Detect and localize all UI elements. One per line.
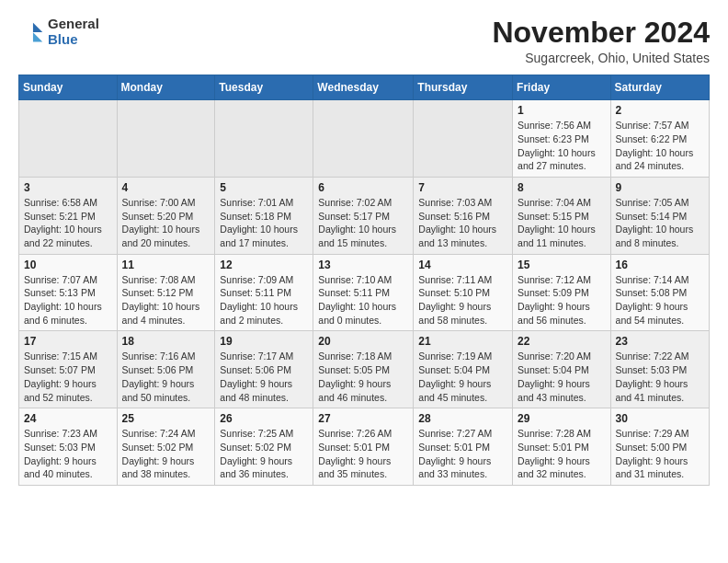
calendar-cell: 4Sunrise: 7:00 AM Sunset: 5:20 PM Daylig… <box>117 177 215 254</box>
page: General Blue November 2024 Sugarcreek, O… <box>0 0 728 502</box>
title-block: November 2024 Sugarcreek, Ohio, United S… <box>492 17 710 65</box>
calendar-body: 1Sunrise: 7:56 AM Sunset: 6:23 PM Daylig… <box>19 100 710 486</box>
weekday-header-friday: Friday <box>513 75 611 100</box>
calendar-cell <box>117 100 215 178</box>
day-detail: Sunrise: 7:00 AM Sunset: 5:20 PM Dayligh… <box>122 196 210 250</box>
day-detail: Sunrise: 7:15 AM Sunset: 5:07 PM Dayligh… <box>24 350 112 404</box>
day-number: 19 <box>220 335 308 348</box>
day-number: 4 <box>122 181 210 194</box>
calendar-cell: 25Sunrise: 7:24 AM Sunset: 5:02 PM Dayli… <box>117 408 215 486</box>
calendar-cell: 15Sunrise: 7:12 AM Sunset: 5:09 PM Dayli… <box>513 254 611 331</box>
day-number: 3 <box>24 181 112 194</box>
day-number: 15 <box>518 259 606 271</box>
day-detail: Sunrise: 7:20 AM Sunset: 5:04 PM Dayligh… <box>518 350 606 404</box>
calendar-cell: 1Sunrise: 7:56 AM Sunset: 6:23 PM Daylig… <box>513 100 611 178</box>
logo: General Blue <box>18 17 99 47</box>
logo-icon <box>18 19 44 45</box>
calendar-week-2: 3Sunrise: 6:58 AM Sunset: 5:21 PM Daylig… <box>19 177 710 254</box>
calendar-cell: 27Sunrise: 7:26 AM Sunset: 5:01 PM Dayli… <box>313 408 414 486</box>
day-number: 16 <box>616 259 704 271</box>
calendar-cell: 22Sunrise: 7:20 AM Sunset: 5:04 PM Dayli… <box>513 331 611 408</box>
day-number: 6 <box>318 181 408 194</box>
weekday-header-tuesday: Tuesday <box>215 75 313 100</box>
calendar-cell: 26Sunrise: 7:25 AM Sunset: 5:02 PM Dayli… <box>215 408 313 486</box>
day-detail: Sunrise: 7:26 AM Sunset: 5:01 PM Dayligh… <box>318 427 408 481</box>
day-detail: Sunrise: 7:25 AM Sunset: 5:02 PM Dayligh… <box>220 427 308 481</box>
day-number: 7 <box>418 181 507 194</box>
day-number: 27 <box>318 412 408 425</box>
day-detail: Sunrise: 7:56 AM Sunset: 6:23 PM Dayligh… <box>518 119 606 173</box>
calendar-cell: 19Sunrise: 7:17 AM Sunset: 5:06 PM Dayli… <box>215 331 313 408</box>
calendar-cell: 2Sunrise: 7:57 AM Sunset: 6:22 PM Daylig… <box>610 100 709 178</box>
day-number: 23 <box>616 335 704 348</box>
calendar-cell: 13Sunrise: 7:10 AM Sunset: 5:11 PM Dayli… <box>313 254 414 331</box>
day-number: 17 <box>24 335 112 348</box>
calendar-week-1: 1Sunrise: 7:56 AM Sunset: 6:23 PM Daylig… <box>19 100 710 178</box>
day-detail: Sunrise: 7:16 AM Sunset: 5:06 PM Dayligh… <box>122 350 210 404</box>
calendar-cell: 3Sunrise: 6:58 AM Sunset: 5:21 PM Daylig… <box>19 177 118 254</box>
day-detail: Sunrise: 7:23 AM Sunset: 5:03 PM Dayligh… <box>24 427 112 481</box>
weekday-header-sunday: Sunday <box>19 75 118 100</box>
day-number: 29 <box>518 412 606 425</box>
day-detail: Sunrise: 7:14 AM Sunset: 5:08 PM Dayligh… <box>616 273 704 327</box>
calendar-cell: 11Sunrise: 7:08 AM Sunset: 5:12 PM Dayli… <box>117 254 215 331</box>
calendar-week-3: 10Sunrise: 7:07 AM Sunset: 5:13 PM Dayli… <box>19 254 710 331</box>
day-detail: Sunrise: 7:12 AM Sunset: 5:09 PM Dayligh… <box>518 273 606 327</box>
day-detail: Sunrise: 7:27 AM Sunset: 5:01 PM Dayligh… <box>418 427 507 481</box>
calendar-cell: 6Sunrise: 7:02 AM Sunset: 5:17 PM Daylig… <box>313 177 414 254</box>
day-number: 18 <box>122 335 210 348</box>
calendar-cell: 5Sunrise: 7:01 AM Sunset: 5:18 PM Daylig… <box>215 177 313 254</box>
calendar-cell: 18Sunrise: 7:16 AM Sunset: 5:06 PM Dayli… <box>117 331 215 408</box>
calendar-cell <box>19 100 118 178</box>
calendar-cell <box>313 100 414 178</box>
calendar-cell: 21Sunrise: 7:19 AM Sunset: 5:04 PM Dayli… <box>414 331 513 408</box>
day-detail: Sunrise: 7:09 AM Sunset: 5:11 PM Dayligh… <box>220 273 308 327</box>
day-detail: Sunrise: 7:04 AM Sunset: 5:15 PM Dayligh… <box>518 196 606 250</box>
logo-general-text: General <box>48 17 99 32</box>
day-detail: Sunrise: 7:57 AM Sunset: 6:22 PM Dayligh… <box>616 119 704 173</box>
weekday-header-row: SundayMondayTuesdayWednesdayThursdayFrid… <box>19 75 710 100</box>
day-detail: Sunrise: 7:08 AM Sunset: 5:12 PM Dayligh… <box>122 273 210 327</box>
calendar-header: SundayMondayTuesdayWednesdayThursdayFrid… <box>19 75 710 100</box>
weekday-header-saturday: Saturday <box>610 75 709 100</box>
day-detail: Sunrise: 7:17 AM Sunset: 5:06 PM Dayligh… <box>220 350 308 404</box>
day-number: 25 <box>122 412 210 425</box>
day-number: 24 <box>24 412 112 425</box>
calendar-cell: 7Sunrise: 7:03 AM Sunset: 5:16 PM Daylig… <box>414 177 513 254</box>
day-number: 28 <box>418 412 507 425</box>
calendar-cell <box>215 100 313 178</box>
calendar-cell: 10Sunrise: 7:07 AM Sunset: 5:13 PM Dayli… <box>19 254 118 331</box>
logo-blue-text: Blue <box>48 32 99 48</box>
day-detail: Sunrise: 7:02 AM Sunset: 5:17 PM Dayligh… <box>318 196 408 250</box>
day-detail: Sunrise: 7:29 AM Sunset: 5:00 PM Dayligh… <box>616 427 704 481</box>
day-number: 30 <box>616 412 704 425</box>
day-number: 8 <box>518 181 606 194</box>
day-detail: Sunrise: 6:58 AM Sunset: 5:21 PM Dayligh… <box>24 196 112 250</box>
calendar-cell: 20Sunrise: 7:18 AM Sunset: 5:05 PM Dayli… <box>313 331 414 408</box>
day-detail: Sunrise: 7:28 AM Sunset: 5:01 PM Dayligh… <box>518 427 606 481</box>
calendar-cell: 17Sunrise: 7:15 AM Sunset: 5:07 PM Dayli… <box>19 331 118 408</box>
calendar-cell: 9Sunrise: 7:05 AM Sunset: 5:14 PM Daylig… <box>610 177 709 254</box>
calendar-cell <box>414 100 513 178</box>
calendar-cell: 16Sunrise: 7:14 AM Sunset: 5:08 PM Dayli… <box>610 254 709 331</box>
calendar-cell: 14Sunrise: 7:11 AM Sunset: 5:10 PM Dayli… <box>414 254 513 331</box>
day-number: 2 <box>616 104 704 117</box>
day-number: 13 <box>318 259 408 271</box>
calendar-cell: 28Sunrise: 7:27 AM Sunset: 5:01 PM Dayli… <box>414 408 513 486</box>
day-detail: Sunrise: 7:19 AM Sunset: 5:04 PM Dayligh… <box>418 350 507 404</box>
weekday-header-thursday: Thursday <box>414 75 513 100</box>
day-detail: Sunrise: 7:10 AM Sunset: 5:11 PM Dayligh… <box>318 273 408 327</box>
day-number: 10 <box>24 259 112 271</box>
day-detail: Sunrise: 7:22 AM Sunset: 5:03 PM Dayligh… <box>616 350 704 404</box>
day-number: 14 <box>418 259 507 271</box>
header: General Blue November 2024 Sugarcreek, O… <box>18 17 710 65</box>
day-number: 11 <box>122 259 210 271</box>
weekday-header-monday: Monday <box>117 75 215 100</box>
day-detail: Sunrise: 7:05 AM Sunset: 5:14 PM Dayligh… <box>616 196 704 250</box>
calendar-cell: 30Sunrise: 7:29 AM Sunset: 5:00 PM Dayli… <box>610 408 709 486</box>
day-detail: Sunrise: 7:07 AM Sunset: 5:13 PM Dayligh… <box>24 273 112 327</box>
calendar-cell: 8Sunrise: 7:04 AM Sunset: 5:15 PM Daylig… <box>513 177 611 254</box>
calendar-cell: 23Sunrise: 7:22 AM Sunset: 5:03 PM Dayli… <box>610 331 709 408</box>
day-number: 1 <box>518 104 606 117</box>
day-number: 12 <box>220 259 308 271</box>
